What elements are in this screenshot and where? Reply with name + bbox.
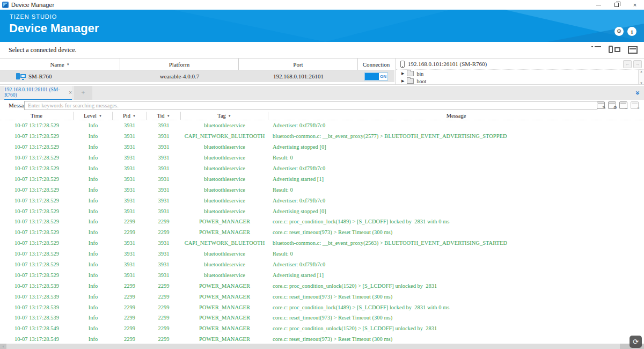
log-time: 10-07 13:17:28.529	[0, 251, 74, 257]
log-row[interactable]: 10-07 13:17:28.529 Info 3931 3931 blueto…	[0, 206, 644, 216]
log-message: Advertiser: 0xf79fb7c0	[268, 122, 644, 128]
log-row[interactable]: 10-07 13:17:28.549 Info 2299 2299 POWER_…	[0, 334, 644, 344]
device-row[interactable]: SM-R760 wearable-4.0.0.7 192.168.0.101:2…	[0, 70, 394, 82]
log-tab-bar: 192.168.0.101:26101 (SM-R760) × + »	[0, 86, 644, 100]
log-row[interactable]: 10-07 13:17:28.529 Info 3931 3931 blueto…	[0, 270, 644, 280]
log-export-button[interactable]: →	[619, 101, 627, 109]
log-tag: bluetoothleservice	[181, 155, 268, 161]
log-level: Info	[74, 133, 113, 139]
log-tid: 3931	[147, 165, 181, 171]
tab-close-icon[interactable]: ×	[69, 90, 72, 96]
tree-item[interactable]: ▶ boot	[396, 77, 638, 85]
device-col-connection[interactable]: Connection	[358, 59, 394, 70]
log-row[interactable]: 10-07 13:17:28.529 Info 3931 3931 blueto…	[0, 163, 644, 174]
connection-toggle[interactable]: ON	[364, 72, 388, 81]
phone-icon	[400, 61, 405, 68]
log-message: core.c: proc_condition_lock(1489) > [S_L…	[268, 304, 644, 310]
minimize-button[interactable]	[589, 0, 608, 10]
log-row[interactable]: 10-07 13:17:28.529 Info 3931 3931 blueto…	[0, 152, 644, 163]
search-input[interactable]	[24, 101, 597, 110]
log-row[interactable]: 10-07 13:17:28.539 Info 2299 2299 POWER_…	[0, 302, 644, 312]
device-platform: wearable-4.0.0.7	[120, 73, 239, 79]
log-message: Advertising started [1]	[268, 176, 644, 182]
log-row[interactable]: 10-07 13:17:28.529 Info 3931 3931 blueto…	[0, 142, 644, 152]
log-col-message[interactable]: Message	[268, 112, 644, 120]
push-file-button[interactable]: →	[633, 60, 642, 68]
log-row[interactable]: 10-07 13:17:28.529 Info 3931 3931 blueto…	[0, 120, 644, 131]
pull-file-button[interactable]: ←	[623, 60, 632, 68]
log-level: Info	[74, 251, 113, 257]
tab-device-log[interactable]: 192.168.0.101:26101 (SM-R760) ×	[4, 86, 72, 100]
log-tag: bluetoothleservice	[181, 122, 268, 128]
sort-arrow-icon: ▼	[67, 63, 70, 66]
log-pid: 3931	[113, 198, 147, 203]
log-tag: bluetoothleservice	[181, 198, 268, 203]
device-col-platform[interactable]: Platform	[120, 59, 239, 70]
collapse-panel-button[interactable]: »	[634, 91, 642, 94]
log-row[interactable]: 10-07 13:17:28.539 Info 2299 2299 POWER_…	[0, 280, 644, 291]
log-row[interactable]: 10-07 13:17:28.529 Info 3931 3931 CAPI_N…	[0, 238, 644, 249]
log-pid: 3931	[113, 144, 147, 150]
log-row[interactable]: 10-07 13:17:28.529 Info 3931 3931 blueto…	[0, 259, 644, 270]
emulator-manager-button[interactable]	[628, 46, 638, 54]
scrollbar-thumb[interactable]	[6, 344, 620, 349]
sort-arrow-icon: ▼	[167, 114, 170, 118]
log-level: Info	[74, 294, 113, 300]
log-col-level[interactable]: Level ▼	[74, 112, 113, 120]
log-tid: 3931	[147, 208, 181, 214]
tree-item[interactable]: ▶ bin	[396, 70, 638, 77]
log-tid: 3931	[147, 272, 181, 278]
device-port: 192.168.0.101:26101	[239, 73, 358, 79]
horizontal-scrollbar[interactable]: ‹	[0, 344, 644, 349]
device-col-name[interactable]: Name ▼	[0, 59, 120, 70]
auto-scroll-button[interactable]: ⟳	[630, 336, 642, 348]
log-row[interactable]: 10-07 13:17:28.539 Info 2299 2299 POWER_…	[0, 312, 644, 323]
log-pid: 3931	[113, 133, 147, 139]
log-row[interactable]: 10-07 13:17:28.529 Info 3931 3931 blueto…	[0, 195, 644, 206]
log-row[interactable]: 10-07 13:17:28.529 Info 3931 3931 CAPI_N…	[0, 131, 644, 142]
settings-button[interactable]: ⚙	[614, 27, 624, 36]
log-time: 10-07 13:17:28.539	[0, 283, 74, 289]
log-row[interactable]: 10-07 13:17:28.539 Info 2299 2299 POWER_…	[0, 291, 644, 302]
log-lock-button[interactable]: ∎	[631, 101, 639, 109]
close-button[interactable]: ×	[626, 0, 644, 10]
log-row[interactable]: 10-07 13:17:28.529 Info 3931 3931 blueto…	[0, 249, 644, 259]
log-pid: 3931	[113, 155, 147, 161]
log-tag: bluetoothleservice	[181, 261, 268, 267]
log-col-tid[interactable]: Tid ▼	[147, 112, 181, 120]
log-tag: CAPI_NETWORK_BLUETOOTH	[181, 240, 268, 246]
log-row[interactable]: 10-07 13:17:28.549 Info 2299 2299 POWER_…	[0, 323, 644, 334]
log-row[interactable]: 10-07 13:17:28.529 Info 2299 2299 POWER_…	[0, 227, 644, 238]
log-col-tag[interactable]: Tag ▼	[181, 112, 268, 120]
log-list-view-button[interactable]	[591, 46, 601, 54]
log-col-pid[interactable]: Pid ▼	[113, 112, 147, 120]
log-edit-button[interactable]: ✎	[597, 101, 605, 109]
brand-label: TIZEN STUDIO	[10, 13, 57, 20]
log-pid: 3931	[113, 187, 147, 193]
log-row[interactable]: 10-07 13:17:28.529 Info 3931 3931 blueto…	[0, 184, 644, 195]
log-col-time[interactable]: Time	[0, 112, 74, 120]
add-tab-button[interactable]: +	[74, 86, 92, 100]
log-level: Info	[74, 336, 113, 342]
log-tag: bluetoothleservice	[181, 208, 268, 214]
log-row[interactable]: 10-07 13:17:28.529 Info 2299 2299 POWER_…	[0, 216, 644, 227]
remote-device-manager-button[interactable]	[609, 46, 620, 54]
info-button[interactable]: i	[627, 27, 636, 36]
log-message: Advertiser: 0xf79fb7c0	[268, 261, 644, 267]
log-pid: 3931	[113, 251, 147, 257]
scroll-left-button[interactable]: ‹	[0, 344, 6, 349]
log-level: Info	[74, 272, 113, 278]
log-time: 10-07 13:17:28.539	[0, 294, 74, 300]
tree-expand-icon: ▶	[401, 79, 404, 83]
scroll-up-icon: ▲	[640, 70, 643, 73]
log-tid: 2299	[147, 304, 181, 310]
log-row[interactable]: 10-07 13:17:28.529 Info 3931 3931 blueto…	[0, 173, 644, 184]
log-time: 10-07 13:17:28.539	[0, 304, 74, 310]
explorer-title: 192.168.0.101:26101 (SM-R760)	[408, 61, 487, 67]
log-pid: 3931	[113, 122, 147, 128]
tree-scrollbar[interactable]: ▲ ▼	[638, 70, 644, 85]
log-message: Result: 0	[268, 251, 644, 257]
maximize-button[interactable]	[608, 0, 626, 10]
device-col-port[interactable]: Port	[239, 59, 358, 70]
log-settings-button[interactable]: ⚙	[608, 101, 616, 109]
